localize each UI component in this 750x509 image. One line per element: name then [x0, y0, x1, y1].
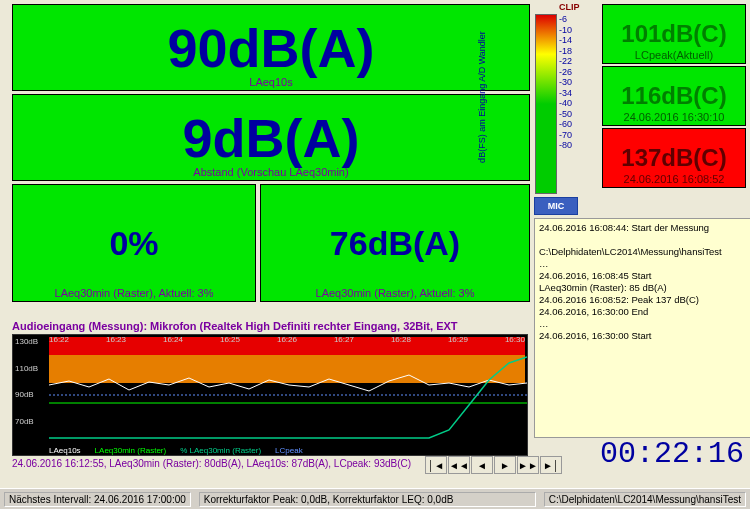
- meter-bar: [535, 14, 557, 194]
- laeq10s-label: LAeq10s: [13, 76, 529, 88]
- elapsed-timer: 00:22:16: [600, 437, 744, 471]
- midgreen-value: 116dB(C): [621, 82, 726, 110]
- ffwd-button[interactable]: ►►: [517, 456, 539, 474]
- lcpeak-label: LCpeak(Aktuell): [603, 49, 745, 61]
- mic-button[interactable]: MIC: [534, 197, 578, 215]
- lcpeak-value: 101dB(C): [621, 20, 726, 48]
- level-meter: CLIP -6-10-14-18-22-26-30-34-40-50-60-70…: [535, 2, 587, 196]
- meter-ticks: -6-10-14-18-22-26-30-34-40-50-60-70-80: [559, 14, 572, 151]
- red-label: 24.06.2016 16:08:52: [603, 173, 745, 185]
- status-bar: Nächstes Intervall: 24.06.2016 17:00:00 …: [0, 488, 750, 509]
- pct-label: LAeq30min (Raster), Aktuell: 3%: [13, 287, 255, 299]
- prev-button[interactable]: ◄: [471, 456, 493, 474]
- next-button[interactable]: ►: [494, 456, 516, 474]
- graph-panel: Audioeingang (Messung): Mikrofon (Realte…: [12, 320, 528, 460]
- footer-korr: Korrekturfaktor Peak: 0,0dB, Korrekturfa…: [199, 492, 536, 507]
- abstand-label: Abstand (Vorschau LAeq30min): [13, 166, 529, 178]
- graph-title: Audioeingang (Messung): Mikrofon (Realte…: [12, 320, 528, 332]
- footer-next: Nächstes Intervall: 24.06.2016 17:00:00: [4, 492, 191, 507]
- meter-axis-label: dB(FS) am Eingang A/D Wandler: [477, 2, 487, 192]
- last-button[interactable]: ►│: [540, 456, 562, 474]
- playback-controls: │◄ ◄◄ ◄ ► ►► ►│: [425, 456, 562, 474]
- laeq30-label: LAeq30min (Raster), Aktuell: 3%: [261, 287, 529, 299]
- laeq30-value: 76dB(A): [330, 224, 460, 263]
- abstand-value: 9dB(A): [183, 107, 360, 169]
- laeq10s-value: 90dB(A): [167, 17, 374, 79]
- red-value: 137dB(C): [621, 144, 726, 172]
- midgreen-label: 24.06.2016 16:30:10: [603, 111, 745, 123]
- footer-path: C:\Delphidaten\LC2014\Messung\hansiTest: [544, 492, 746, 507]
- graph-plot[interactable]: 130dB110dB90dB70dB 16:2216:2316:2416:251…: [12, 334, 528, 456]
- meter-clip-label: CLIP: [559, 2, 580, 12]
- pct-value: 0%: [109, 224, 158, 263]
- graph-svg: [49, 335, 527, 443]
- rewind-button[interactable]: ◄◄: [448, 456, 470, 474]
- log-panel[interactable]: 24.06.2016 16:08:44: Start der MessungC:…: [534, 218, 750, 438]
- first-button[interactable]: │◄: [425, 456, 447, 474]
